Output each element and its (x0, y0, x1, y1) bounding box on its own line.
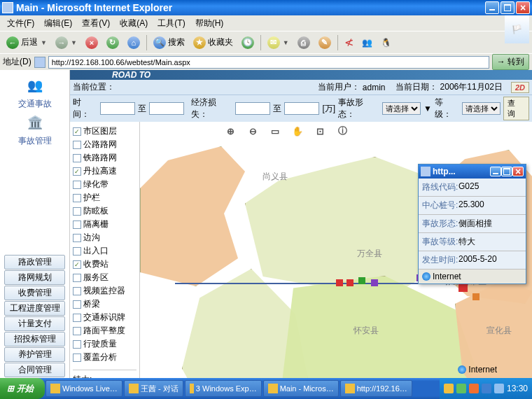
close-button[interactable] (516, 1, 530, 14)
checkbox-icon[interactable] (73, 141, 81, 149)
popup-minimize-button[interactable] (490, 167, 501, 176)
layer-item[interactable]: 边沟 (73, 231, 136, 244)
history-button[interactable]: 🕓 (238, 34, 258, 51)
checkbox-icon[interactable] (73, 260, 81, 269)
layer-item[interactable]: 市区图层 (73, 125, 136, 138)
menu-view[interactable]: 查看(V) (78, 16, 114, 31)
checkbox-icon[interactable] (73, 234, 81, 242)
ext-icon-1[interactable]: ≮ (341, 34, 357, 51)
checkbox-icon[interactable] (73, 181, 81, 189)
sidebar-icon-label-1[interactable]: 事故管理 (4, 134, 65, 148)
taskbar-item[interactable]: 王茜 - 对话 (124, 380, 183, 397)
layer-item[interactable]: 护栏 (73, 191, 136, 204)
select-icon[interactable]: ▭ (269, 125, 281, 137)
sidebar-icon-label-0[interactable]: 交通事故 (4, 97, 65, 111)
layer-item[interactable]: 视频监控器 (73, 284, 136, 298)
loss-to-input[interactable] (284, 102, 319, 115)
checkbox-icon[interactable] (73, 287, 81, 295)
marker-green[interactable] (358, 277, 365, 284)
checkbox-icon[interactable] (73, 167, 81, 176)
layer-item[interactable]: 服务区 (73, 271, 136, 284)
home-button[interactable]: ⌂ (124, 34, 144, 51)
layer-item[interactable]: 行驶质量 (73, 337, 136, 351)
layer-item[interactable]: 铁路路网 (73, 151, 136, 164)
marker-red[interactable] (346, 279, 354, 286)
sidebar-button-0[interactable]: 路政管理 (4, 255, 65, 270)
time-from-input[interactable] (100, 102, 135, 115)
menu-help[interactable]: 帮助(H) (191, 16, 228, 31)
form-select[interactable]: 请选择 (382, 102, 421, 115)
checkbox-icon[interactable] (73, 247, 81, 255)
checkbox-icon[interactable] (73, 327, 81, 335)
edit-button[interactable]: ✎ (315, 34, 335, 51)
map-canvas[interactable]: ⊕ ⊖ ▭ ✋ ⊡ ⓘ 尚义县 万全县 怀安县 宣化县 下花 (140, 122, 532, 399)
layer-item[interactable]: 收费站 (73, 258, 136, 271)
checkbox-icon[interactable] (73, 220, 81, 229)
menu-edit[interactable]: 编辑(E) (40, 16, 76, 31)
sidebar-button-3[interactable]: 工程进度管理 (4, 301, 65, 316)
taskbar-item[interactable]: http://192.16… (340, 380, 412, 397)
refresh-button[interactable]: ↻ (103, 34, 122, 51)
layer-item[interactable]: 路面平整度 (73, 324, 136, 337)
pan-icon[interactable]: ✋ (291, 125, 304, 137)
taskbar-item[interactable]: Main - Micros… (263, 380, 339, 397)
checkbox-icon[interactable] (73, 300, 81, 309)
sidebar-button-6[interactable]: 养护管理 (4, 347, 65, 362)
ext-icon-3[interactable]: 🐧 (377, 34, 395, 51)
layer-item[interactable]: 公路路网 (73, 138, 136, 151)
layer-item[interactable]: 防眩板 (73, 204, 136, 218)
search-button[interactable]: 🔍搜索 (150, 34, 188, 51)
menu-tools[interactable]: 工具(T) (153, 16, 189, 31)
checkbox-icon[interactable] (73, 354, 81, 362)
identify-icon[interactable]: ⓘ (336, 125, 349, 137)
layer-item[interactable]: 丹拉高速 (73, 164, 136, 178)
start-button[interactable]: ⊞开始 (0, 378, 45, 399)
extent-icon[interactable]: ⊡ (314, 125, 326, 137)
zoom-out-icon[interactable]: ⊖ (246, 125, 259, 137)
back-button[interactable]: ←后退▼ (3, 34, 50, 51)
forward-button[interactable]: →▼ (52, 34, 80, 51)
maximize-button[interactable] (500, 1, 514, 14)
checkbox-icon[interactable] (73, 154, 81, 162)
system-tray[interactable]: 13:30 (440, 378, 532, 399)
sidebar-button-2[interactable]: 收费管理 (4, 286, 65, 300)
layer-item[interactable]: 覆盖分析 (73, 351, 136, 364)
2d-button[interactable]: 2D (511, 82, 529, 93)
tray-icon[interactable] (482, 384, 491, 393)
taskbar-item[interactable]: 3 Windows Exp… (185, 380, 262, 397)
layer-item[interactable]: 出入口 (73, 244, 136, 258)
print-button[interactable]: ⎙ (294, 34, 314, 51)
checkbox-icon[interactable] (73, 127, 81, 136)
sidebar-button-5[interactable]: 招投标管理 (4, 332, 65, 346)
marker-red[interactable] (336, 279, 343, 286)
stop-button[interactable]: × (82, 34, 102, 51)
menu-file[interactable]: 文件(F) (3, 16, 38, 31)
layer-item[interactable]: 隔离栅 (73, 218, 136, 231)
sidebar-button-1[interactable]: 路网规划 (4, 270, 65, 285)
checkbox-icon[interactable] (73, 314, 81, 322)
checkbox-icon[interactable] (73, 340, 81, 349)
checkbox-icon[interactable] (73, 207, 81, 216)
loss-from-input[interactable] (235, 102, 270, 115)
minimize-button[interactable] (485, 1, 499, 14)
go-button[interactable]: → 转到 (492, 54, 529, 70)
sidebar-button-4[interactable]: 计量支付 (4, 316, 65, 331)
layer-item[interactable]: 绿化带 (73, 178, 136, 191)
tray-icon[interactable] (494, 384, 504, 393)
ext-icon-2[interactable]: 👥 (358, 34, 376, 51)
favorites-button[interactable]: ★收藏夹 (190, 34, 237, 51)
marker-purple[interactable] (371, 279, 378, 286)
accident-manage-icon[interactable]: 🏛️ (22, 113, 48, 132)
time-to-input[interactable] (149, 102, 184, 115)
address-input[interactable] (48, 56, 489, 69)
menu-favorites[interactable]: 收藏(A) (115, 16, 152, 31)
checkbox-icon[interactable] (73, 274, 81, 282)
query-button[interactable]: 查 询 (503, 97, 529, 120)
tray-icon[interactable] (444, 384, 454, 393)
popup-close-button[interactable] (512, 167, 524, 176)
layer-item[interactable]: 交通标识牌 (73, 311, 136, 324)
popup-maximize-button[interactable] (501, 167, 512, 176)
checkbox-icon[interactable] (73, 194, 81, 202)
tray-icon[interactable] (469, 384, 479, 393)
sidebar-button-7[interactable]: 合同管理 (4, 363, 65, 377)
